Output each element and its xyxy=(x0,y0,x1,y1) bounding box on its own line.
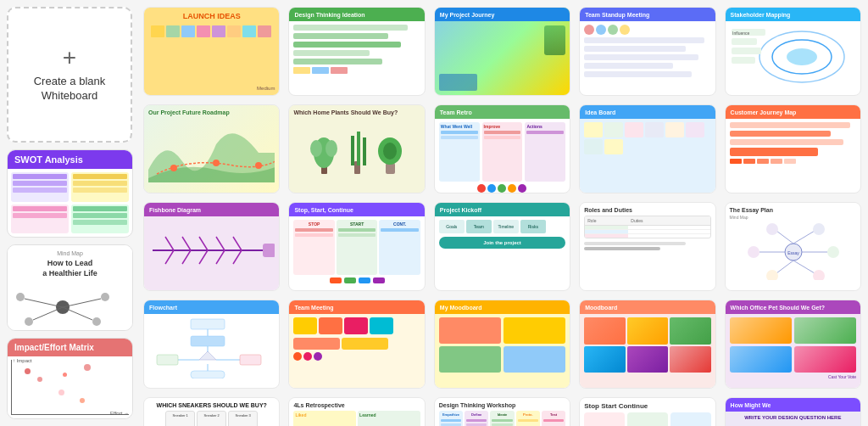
svg-rect-63 xyxy=(157,355,178,365)
template-team-standup[interactable]: Team Standup Meeting xyxy=(579,7,715,96)
template-team-retro[interactable]: Team Retro What Went Well Improve xyxy=(434,104,570,193)
team-standup-header: Team Standup Meeting xyxy=(580,8,715,21)
mindmap-svg xyxy=(8,286,118,328)
template-stop-start-continue[interactable]: Stop Start Continue STOP START CONTINUE xyxy=(579,397,715,426)
template-design-workshop[interactable]: Design Thinking Workshop Empathize Defin… xyxy=(434,397,570,426)
sidebar-card-swot[interactable]: SWOT Analysis xyxy=(7,149,133,238)
sidebar: + Create a blank Whiteboard SWOT Analysi… xyxy=(0,0,140,426)
sneaker3-svg xyxy=(229,418,259,426)
template-launch-ideas[interactable]: LAUNCH IDEAS Medium xyxy=(143,7,280,96)
svg-line-7 xyxy=(63,307,92,320)
svg-rect-67 xyxy=(191,371,225,378)
kickoff-header: Project Kickoff xyxy=(435,203,570,216)
svg-point-19 xyxy=(255,162,262,169)
svg-line-33 xyxy=(165,237,174,250)
svg-rect-26 xyxy=(357,132,360,165)
plant1-svg xyxy=(309,119,339,174)
plants-title: Which Home Plants Should We Buy? xyxy=(293,109,420,115)
sidebar-card-healthier-life[interactable]: Mind Map How to Leada Healthier Life xyxy=(7,244,133,331)
template-home-plants[interactable]: Which Home Plants Should We Buy? xyxy=(288,104,425,193)
mindmap-subtitle: Mind Map xyxy=(13,250,127,256)
svg-point-30 xyxy=(383,143,397,160)
office-pet-tagline: Cast Your Vote xyxy=(730,374,856,379)
svg-point-50 xyxy=(748,246,760,258)
svg-line-35 xyxy=(199,237,208,250)
svg-rect-25 xyxy=(351,136,354,165)
svg-line-47 xyxy=(793,231,815,244)
template-moodboard-mine[interactable]: My Moodboard xyxy=(434,300,570,389)
how-might-we-question: WRITE YOUR DESIGN QUESTION HERE xyxy=(730,415,856,420)
template-design-thinking[interactable]: Design Thinking Ideation xyxy=(288,7,425,96)
templates-container: LAUNCH IDEAS Medium Design Thinking Idea… xyxy=(143,7,861,426)
how-might-we-header: How Might We xyxy=(726,398,860,412)
fishbone-svg xyxy=(148,220,275,281)
create-blank-button[interactable]: + Create a blank Whiteboard xyxy=(7,7,132,143)
stop-start-header: Stop, Start, Continue xyxy=(289,203,424,216)
template-sneakers[interactable]: WHICH SNEAKERS SHOULD WE BUY? Sneaker 1 … xyxy=(143,397,280,426)
sidebar-card-impact-effort[interactable]: Impact/Effort Matrix ↑ Impact Effort → xyxy=(7,338,133,419)
svg-point-8 xyxy=(92,317,101,326)
template-how-might-we[interactable]: How Might We WRITE YOUR DESIGN QUESTION … xyxy=(725,397,861,426)
team-meeting-header: Team Meeting xyxy=(289,300,424,314)
svg-line-38 xyxy=(165,250,174,264)
svg-marker-61 xyxy=(199,351,216,360)
template-project-kickoff[interactable]: Project Kickoff Goals Team Timeline Risk… xyxy=(434,202,570,291)
template-roles-duties[interactable]: Roles and Duties Role Duties xyxy=(579,202,715,291)
template-4ls-retro[interactable]: 4Ls Retrospective Liked Learned Lacked L… xyxy=(288,397,425,426)
template-project-journey[interactable]: My Project Journey xyxy=(434,7,570,96)
svg-rect-15 xyxy=(732,57,755,64)
flowchart-header: Flowchart xyxy=(144,300,279,314)
svg-rect-14 xyxy=(732,48,761,54)
svg-point-23 xyxy=(326,140,337,157)
sneaker2-svg xyxy=(198,418,227,426)
svg-line-41 xyxy=(216,250,225,264)
template-moodboard[interactable]: Moodboard xyxy=(579,300,715,389)
template-team-meeting[interactable]: Team Meeting xyxy=(288,300,425,389)
plant3-svg xyxy=(376,119,405,174)
design-thinking-header: Design Thinking Ideation xyxy=(289,8,424,21)
svg-line-40 xyxy=(199,250,208,264)
svg-point-48 xyxy=(813,223,825,235)
ssc-title: Stop Start Continue xyxy=(584,402,710,410)
template-essay-plan[interactable]: The Essay Plan Mind Map Essay xyxy=(725,202,861,291)
svg-text:Essay: Essay xyxy=(787,250,799,255)
svg-rect-27 xyxy=(363,137,366,165)
svg-point-18 xyxy=(213,160,220,166)
moodboard-mine-header: My Moodboard xyxy=(435,300,570,314)
svg-line-39 xyxy=(182,250,191,264)
template-stop-start[interactable]: Stop, Start, Continue STOP START xyxy=(288,202,425,291)
template-flowchart[interactable]: Flowchart xyxy=(143,300,280,389)
svg-point-6 xyxy=(25,317,33,326)
template-grid: LAUNCH IDEAS Medium Design Thinking Idea… xyxy=(140,0,868,426)
plus-icon: + xyxy=(63,46,76,70)
project-journey-header: My Project Journey xyxy=(435,8,570,21)
essay-svg: Essay xyxy=(730,222,856,280)
essay-title: The Essay Plan xyxy=(730,207,856,213)
design-workshop-title: Design Thinking Workshop xyxy=(439,402,565,408)
svg-rect-32 xyxy=(263,244,275,257)
template-stakeholder-mapping[interactable]: Stakeholder Mapping Influence xyxy=(725,7,861,96)
svg-point-17 xyxy=(170,165,177,171)
impact-effort-content: ↑ Impact Effort → xyxy=(8,356,132,418)
swot-content xyxy=(8,169,132,237)
office-pet-header: Which Office Pet Should We Get? xyxy=(726,300,860,314)
svg-line-5 xyxy=(33,307,63,320)
mindmap-title: How to Leada Healthier Life xyxy=(13,259,127,278)
template-project-roadmap[interactable]: Our Project Future Roadmap xyxy=(143,104,280,193)
template-idea-board[interactable]: Idea Board xyxy=(579,104,715,193)
idea-board-header: Idea Board xyxy=(580,105,715,119)
template-office-pet[interactable]: Which Office Pet Should We Get? Cast You… xyxy=(725,300,861,389)
roadmap-title: Our Project Future Roadmap xyxy=(148,109,275,115)
sneakers-title: WHICH SNEAKERS SHOULD WE BUY? xyxy=(148,402,275,408)
create-blank-label: Create a blank Whiteboard xyxy=(8,75,131,104)
svg-line-37 xyxy=(233,237,242,250)
svg-point-4 xyxy=(101,293,109,301)
svg-rect-13 xyxy=(732,38,757,45)
svg-line-55 xyxy=(793,261,815,273)
swot-header: SWOT Analysis xyxy=(8,150,132,169)
svg-point-56 xyxy=(813,270,825,280)
svg-line-1 xyxy=(25,299,63,307)
svg-text:Influence: Influence xyxy=(732,31,750,36)
template-fishbone[interactable]: Fishbone Diagram xyxy=(143,202,280,291)
template-customer-journey[interactable]: Customer Journey Map xyxy=(725,104,861,193)
